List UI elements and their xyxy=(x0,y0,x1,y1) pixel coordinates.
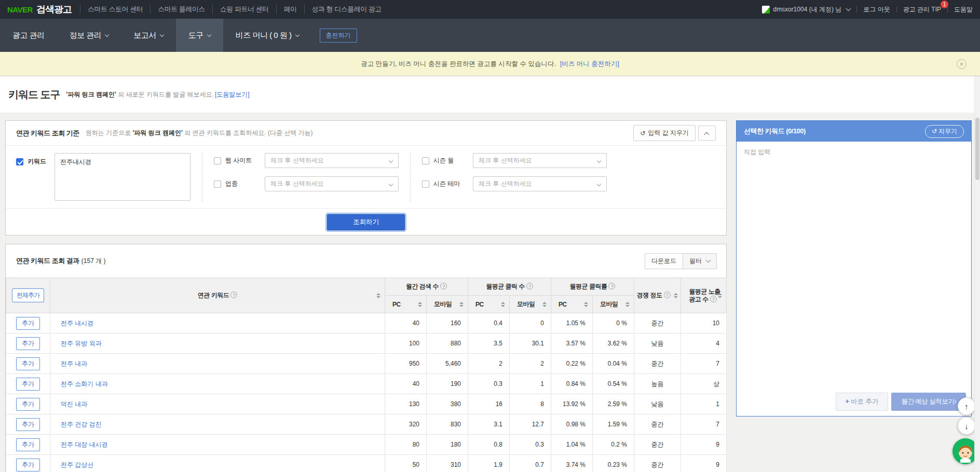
mobile-subheader[interactable]: 모바일 xyxy=(510,296,551,313)
add-keyword-button[interactable]: 추가 xyxy=(16,459,40,471)
search-submit-button[interactable]: 조회하기 xyxy=(327,214,405,230)
keyword-link[interactable]: 전주 내시경 xyxy=(61,320,93,327)
question-icon[interactable]: ? xyxy=(230,291,237,298)
website-select[interactable]: 체크 후 선택하세요 xyxy=(265,153,399,168)
scrollbar-thumb[interactable] xyxy=(975,118,979,180)
topmenu-shopping-partner[interactable]: 쇼핑 파트너 센터 xyxy=(212,5,276,14)
table-header: 전체추가 연관 키워드? 월간 검색 수? 월평균 클릭 수? 월평균 클릭률? xyxy=(6,278,727,313)
sort-icon[interactable] xyxy=(674,293,678,298)
add-keyword-button[interactable]: 추가 xyxy=(16,438,40,451)
keyword-link[interactable]: 덕진 내과 xyxy=(61,400,87,408)
pc-subheader[interactable]: PC xyxy=(385,296,427,313)
mobile-ctr-cell: 0.54 % xyxy=(593,374,634,394)
sort-icon[interactable] xyxy=(625,302,630,307)
question-icon[interactable]: ? xyxy=(440,283,447,289)
season-theme-checkbox[interactable] xyxy=(422,181,429,188)
add-all-button[interactable]: 전체추가 xyxy=(12,288,44,302)
criteria-panel: 연관 키워드 조회 기준 원하는 기준으로 '파워 링크 캠페인' 의 연관 키… xyxy=(5,120,727,235)
nav-info-management[interactable]: 정보 관리 xyxy=(57,19,121,52)
filter-button[interactable]: 필터 xyxy=(683,253,717,269)
season-month-select[interactable]: 체크 후 선택하세요 xyxy=(473,153,607,168)
keyword-link[interactable]: 전주 내과 xyxy=(61,360,87,367)
ad-tip-link[interactable]: 광고 관리 TIP 1 xyxy=(903,5,941,14)
scroll-to-bottom-button[interactable]: ↓ xyxy=(958,417,975,435)
download-button[interactable]: 다운로드 xyxy=(645,253,683,269)
naver-searchad-logo[interactable]: NAVER 검색광고 xyxy=(7,3,72,16)
add-keyword-button[interactable]: 추가 xyxy=(16,378,40,391)
close-icon[interactable]: × xyxy=(957,59,967,69)
keyword-link[interactable]: 전주 소화기 내과 xyxy=(61,380,108,387)
naver-logo-text: NAVER xyxy=(7,5,33,14)
ad-count-cell: 9 xyxy=(681,455,727,472)
collapse-panel-button[interactable] xyxy=(698,126,716,141)
pc-subheader[interactable]: PC xyxy=(468,296,510,313)
scroll-to-top-button[interactable]: ↑ xyxy=(958,397,975,415)
question-icon[interactable]: ? xyxy=(608,283,615,289)
business-field-row: 업종 체크 후 선택하세요 xyxy=(214,176,399,191)
add-keyword-button[interactable]: 추가 xyxy=(16,418,40,431)
keyword-input[interactable]: 전주내시경 xyxy=(55,153,190,201)
divider xyxy=(202,153,202,202)
sort-icon[interactable] xyxy=(542,302,547,307)
monthly-clicks-group-header: 월평균 클릭 수? xyxy=(468,278,551,296)
add-keyword-button[interactable]: 추가 xyxy=(16,398,40,411)
logout-link[interactable]: 로그 아웃 xyxy=(863,5,890,14)
banner-charge-link[interactable]: [비즈 머니 충전하기] xyxy=(560,60,619,68)
question-icon[interactable]: ? xyxy=(526,283,533,289)
add-cell: 추가 xyxy=(6,394,50,414)
mobile-subheader[interactable]: 모바일 xyxy=(427,296,468,313)
help-link[interactable]: 도움말 xyxy=(954,5,973,14)
pc-click-cell: 3.1 xyxy=(468,414,510,435)
season-theme-select-placeholder: 체크 후 선택하세요 xyxy=(479,179,532,188)
pc-subheader[interactable]: PC xyxy=(551,296,593,313)
website-checkbox[interactable] xyxy=(214,157,221,164)
topmenu-pay[interactable]: 페이 xyxy=(276,5,304,14)
keyword-link[interactable]: 전주 유방 외과 xyxy=(61,340,102,347)
add-now-button[interactable]: +바로 추가 xyxy=(836,393,889,411)
ad-count-cell: 1 xyxy=(681,394,727,414)
add-keyword-button[interactable]: 추가 xyxy=(16,357,40,370)
ad-count-column-header[interactable]: 월평균 노출 광고 수? xyxy=(681,278,727,313)
mobile-subheader[interactable]: 모바일 xyxy=(593,296,634,313)
keyword-checkbox[interactable] xyxy=(16,158,23,165)
clear-selected-button[interactable]: ↺ 지우기 xyxy=(925,125,964,138)
nav-tools[interactable]: 도구 xyxy=(176,19,223,52)
pc-click-cell: 0.4 xyxy=(468,313,510,334)
season-theme-label: 시즌 테마 xyxy=(433,179,466,188)
monthly-estimate-button[interactable]: 월간 예상 실적보기› xyxy=(891,393,966,411)
nav-reports[interactable]: 보고서 xyxy=(121,19,176,52)
competition-cell: 중간 xyxy=(634,354,681,374)
sort-icon[interactable] xyxy=(584,302,588,307)
nav-biz-money[interactable]: 비즈 머니 ( 0 원 ) xyxy=(223,19,311,52)
season-theme-select[interactable]: 체크 후 선택하세요 xyxy=(473,176,607,191)
topmenu-smartplace[interactable]: 스마트 플레이스 xyxy=(150,5,212,14)
mobile-search-cell: 880 xyxy=(427,334,468,354)
add-cell: 추가 xyxy=(6,334,50,354)
keyword-link[interactable]: 전주 갑상선 xyxy=(61,461,93,468)
keyword-link[interactable]: 전주 대장 내시경 xyxy=(61,441,108,448)
competition-column-header[interactable]: 경쟁 정도? xyxy=(634,278,681,313)
sort-icon[interactable] xyxy=(418,302,422,307)
sort-icon[interactable] xyxy=(376,293,380,298)
business-checkbox[interactable] xyxy=(214,181,221,188)
sort-icon[interactable] xyxy=(459,302,464,307)
sort-icon[interactable] xyxy=(501,302,505,307)
page-scrollbar[interactable] xyxy=(974,76,980,472)
add-keyword-button[interactable]: 추가 xyxy=(16,337,40,350)
account-menu[interactable]: dmsxor1004 (내 계정) 님 xyxy=(762,5,850,14)
nav-ad-management[interactable]: 광고 관리 xyxy=(0,19,57,52)
business-select[interactable]: 체크 후 선택하세요 xyxy=(265,176,399,191)
help-view-link[interactable]: [도움말보기] xyxy=(215,91,250,98)
charge-button[interactable]: 충전하기 xyxy=(320,29,357,43)
question-icon[interactable]: ? xyxy=(664,291,671,298)
topmenu-smartstore[interactable]: 스마트 스토어 센터 xyxy=(80,5,150,14)
season-month-checkbox[interactable] xyxy=(422,157,429,164)
ad-count-cell: 9 xyxy=(681,435,727,455)
clear-inputs-button[interactable]: ↺ 입력 값 지우기 xyxy=(633,125,696,141)
sort-icon[interactable] xyxy=(718,293,722,298)
add-keyword-button[interactable]: 추가 xyxy=(16,317,40,330)
keyword-column-header[interactable]: 연관 키워드? xyxy=(50,278,385,313)
keyword-link[interactable]: 전주 건강 검진 xyxy=(61,421,102,428)
question-icon[interactable]: ? xyxy=(710,296,717,302)
topmenu-display-ad[interactable]: 성과 형 디스플레이 광고 xyxy=(304,5,389,14)
